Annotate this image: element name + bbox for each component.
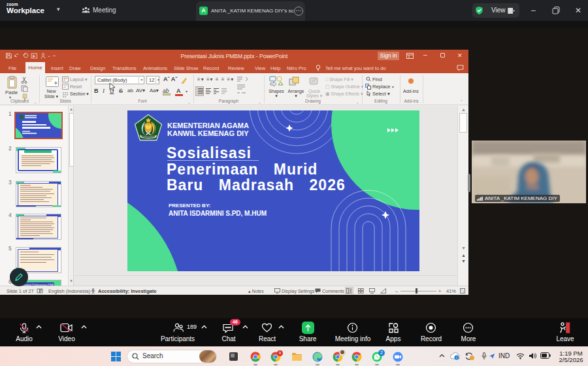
svg-text:i: i [456, 356, 457, 359]
